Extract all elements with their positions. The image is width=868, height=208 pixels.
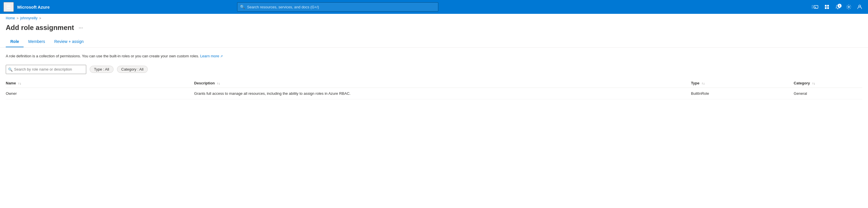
cell-description: Grants full access to manage all resourc… — [194, 87, 691, 99]
hamburger-menu-button[interactable]: ☰ — [3, 2, 14, 12]
settings-button[interactable] — [844, 3, 854, 11]
external-link-icon: ↗ — [220, 54, 223, 58]
svg-point-6 — [837, 8, 838, 9]
notification-badge: 1 — [838, 4, 842, 8]
sort-icon-category: ↑↓ — [812, 81, 815, 85]
page-menu-button[interactable]: ··· — [77, 24, 85, 31]
global-search-input[interactable] — [237, 2, 438, 11]
main-content: A role definition is a collection of per… — [0, 48, 868, 105]
breadcrumb-home[interactable]: Home — [6, 16, 15, 20]
role-search-box: 🔍 — [6, 65, 86, 74]
column-header-name[interactable]: Name ↑↓ — [6, 79, 194, 88]
azure-logo: Microsoft Azure — [17, 5, 50, 9]
sort-icon-description: ↑↓ — [217, 81, 220, 85]
top-navigation: ☰ Microsoft Azure 🔍  1 — [0, 0, 868, 14]
breadcrumb-separator-1: > — [17, 17, 19, 20]
page-title: Add role assignment — [6, 24, 74, 32]
search-box-icon: 🔍 — [8, 67, 13, 72]
page-header: Add role assignment ··· — [0, 23, 868, 36]
portal-menu-button[interactable] — [822, 3, 832, 11]
column-header-type[interactable]: Type ↑↓ — [691, 79, 794, 88]
cell-type: BuiltInRole — [691, 87, 794, 99]
category-filter-pill[interactable]: Category : All — [117, 66, 148, 73]
cell-name: Owner — [6, 87, 194, 99]
hamburger-icon: ☰ — [6, 4, 11, 10]
tab-members[interactable]: Members — [24, 36, 50, 47]
tab-role[interactable]: Role — [6, 36, 24, 47]
svg-rect-3 — [827, 5, 829, 7]
column-header-description[interactable]: Description ↑↓ — [194, 79, 691, 88]
column-header-category[interactable]: Category ↑↓ — [794, 79, 862, 88]
svg-rect-4 — [825, 7, 827, 9]
svg-point-7 — [848, 6, 849, 8]
table-row[interactable]: Owner Grants full access to manage all r… — [6, 87, 862, 99]
svg-rect-0 — [814, 5, 818, 8]
description-text: A role definition is a collection of per… — [6, 54, 199, 58]
type-filter-pill[interactable]: Type : All — [90, 66, 114, 73]
nav-right-icons:  1 — [809, 3, 865, 11]
user-account-button[interactable] — [855, 3, 865, 11]
roles-table: Name ↑↓ Description ↑↓ Type ↑↓ Category … — [6, 79, 862, 99]
cloud-shell-button[interactable]:  — [809, 3, 821, 11]
sort-icon-type: ↑↓ — [702, 81, 705, 85]
role-search-input[interactable] — [6, 65, 86, 74]
description-paragraph: A role definition is a collection of per… — [6, 53, 862, 59]
tab-review-assign[interactable]: Review + assign — [50, 36, 88, 47]
table-header: Name ↑↓ Description ↑↓ Type ↑↓ Category … — [6, 79, 862, 88]
filters-row: 🔍 Type : All Category : All — [6, 65, 862, 74]
tab-bar: Role Members Review + assign — [0, 36, 868, 48]
notifications-button[interactable]: 1 — [833, 3, 843, 11]
breadcrumb: Home > johnnyreilly > — [0, 14, 868, 23]
cell-category: General — [794, 87, 862, 99]
search-icon: 🔍 — [240, 5, 245, 9]
learn-more-link[interactable]: Learn more ↗ — [200, 54, 223, 58]
sort-icon-name: ↑↓ — [18, 81, 21, 85]
svg-rect-2 — [825, 5, 827, 7]
breadcrumb-separator-2: > — [39, 17, 41, 20]
global-search: 🔍 — [237, 2, 438, 11]
table-body: Owner Grants full access to manage all r… — [6, 87, 862, 99]
svg-rect-5 — [827, 7, 829, 9]
breadcrumb-user[interactable]: johnnyreilly — [20, 16, 37, 20]
